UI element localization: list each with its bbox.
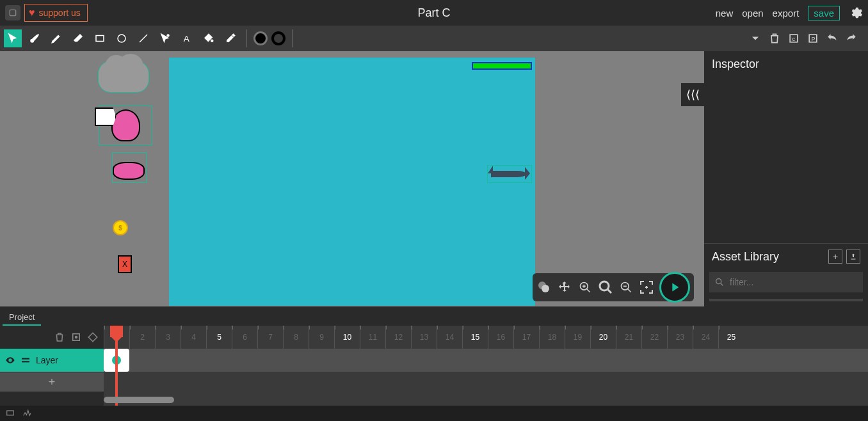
cloud-object[interactable]: [98, 61, 149, 93]
fill-bucket-tool[interactable]: [200, 29, 218, 47]
pig-bank-object[interactable]: [112, 152, 147, 183]
layer-row[interactable]: Layer: [0, 349, 104, 372]
ruler-tick[interactable]: 6: [232, 326, 257, 349]
keyframe-icon[interactable]: [87, 331, 99, 343]
redo-icon[interactable]: [845, 32, 858, 45]
paste-icon[interactable]: P: [807, 32, 819, 45]
ruler-tick[interactable]: 18: [539, 326, 565, 349]
ruler-tick[interactable]: 25: [718, 326, 744, 349]
collapse-panel-handle[interactable]: ⟨⟨⟨: [681, 83, 704, 106]
ruler-tick[interactable]: 5: [206, 326, 232, 349]
zoom-icon[interactable]: [598, 280, 613, 295]
path-cursor-tool[interactable]: [156, 29, 174, 47]
dropdown-caret-icon[interactable]: [749, 32, 762, 45]
trash-icon[interactable]: [768, 32, 781, 45]
ruler-tick[interactable]: 20: [590, 326, 616, 349]
fill-color-swatch[interactable]: [253, 31, 268, 45]
eraser-tool[interactable]: [69, 29, 87, 47]
support-us-button[interactable]: ♥ support us: [24, 4, 88, 22]
ruler-tick[interactable]: 10: [334, 326, 360, 349]
ruler-tick[interactable]: 21: [616, 326, 641, 349]
new-link[interactable]: new: [716, 8, 734, 19]
add-asset-button[interactable]: +: [828, 250, 842, 264]
svg-text:P: P: [812, 36, 816, 42]
ruler-tick[interactable]: 19: [565, 326, 590, 349]
health-bar-object[interactable]: [472, 62, 532, 70]
svg-line-15: [587, 289, 590, 292]
airplane-object[interactable]: [487, 165, 532, 183]
ruler-tick[interactable]: 11: [360, 326, 385, 349]
project-title[interactable]: Part C: [417, 6, 450, 20]
support-label: support us: [39, 8, 81, 18]
open-link[interactable]: open: [742, 8, 763, 19]
ruler-tick[interactable]: 2: [129, 326, 155, 349]
stage[interactable]: [169, 58, 535, 306]
search-icon: [714, 277, 725, 287]
line-tool[interactable]: [134, 29, 152, 47]
canvas-area[interactable]: $ X ⟨⟨⟨: [0, 51, 704, 306]
ruler-tick[interactable]: 15: [462, 326, 488, 349]
pig-character-object[interactable]: [99, 106, 152, 145]
ruler-tick[interactable]: 24: [693, 326, 718, 349]
ruler-tick[interactable]: 13: [411, 326, 437, 349]
timeline-scroll-thumb[interactable]: [104, 397, 174, 403]
gas-can-object[interactable]: X: [118, 255, 132, 273]
svg-point-13: [542, 285, 549, 292]
ruler-tick[interactable]: 23: [667, 326, 693, 349]
svg-rect-2: [96, 36, 104, 42]
waveform-icon[interactable]: [22, 409, 32, 418]
tween-icon[interactable]: [70, 331, 82, 343]
undo-icon[interactable]: [826, 32, 839, 45]
add-layer-button[interactable]: +: [0, 372, 104, 392]
export-link[interactable]: export: [773, 8, 800, 19]
coin-object[interactable]: $: [113, 220, 128, 235]
project-tab[interactable]: Project: [3, 310, 41, 326]
visibility-eye-icon[interactable]: [5, 355, 15, 365]
asset-library-panel: Asset Library +: [704, 243, 868, 306]
ruler-tick[interactable]: 9: [309, 326, 334, 349]
pan-icon[interactable]: [557, 280, 572, 295]
zoom-out-icon[interactable]: [618, 280, 634, 295]
layer-name[interactable]: Layer: [36, 355, 58, 365]
ruler-tick[interactable]: 8: [283, 326, 309, 349]
ruler-tick[interactable]: 12: [385, 326, 411, 349]
svg-line-26: [721, 283, 723, 285]
onion-skin-icon[interactable]: [536, 280, 552, 295]
settings-gear-icon[interactable]: [849, 6, 863, 20]
ruler-tick[interactable]: 16: [488, 326, 513, 349]
recenter-icon[interactable]: [639, 280, 654, 295]
ruler-tick[interactable]: 7: [257, 326, 283, 349]
copy-icon[interactable]: c: [787, 32, 800, 45]
ruler-tick[interactable]: 14: [437, 326, 462, 349]
brush-tool[interactable]: [26, 29, 44, 47]
app-logo[interactable]: [5, 5, 20, 20]
svg-point-7: [211, 40, 213, 42]
timeline-scrollbar[interactable]: [104, 397, 868, 403]
display-mode-icon[interactable]: [5, 409, 15, 418]
ruler-tick[interactable]: 22: [641, 326, 667, 349]
playhead[interactable]: [115, 326, 118, 406]
playhead-handle[interactable]: [110, 326, 123, 337]
eyedropper-tool[interactable]: [221, 29, 239, 47]
ruler-tick[interactable]: 4: [181, 326, 206, 349]
pencil-tool[interactable]: [47, 29, 65, 47]
timeline-track[interactable]: [104, 349, 868, 372]
text-tool[interactable]: A: [178, 29, 196, 47]
svg-point-18: [600, 282, 609, 290]
zoom-in-icon[interactable]: [577, 280, 593, 295]
cursor-tool[interactable]: [4, 29, 22, 47]
timeline-ruler[interactable]: 1234567891011121314151617181920212223242…: [104, 326, 868, 349]
timeline-tracks[interactable]: 1234567891011121314151617181920212223242…: [104, 326, 868, 406]
ruler-tick[interactable]: 17: [513, 326, 539, 349]
upload-asset-button[interactable]: [846, 250, 860, 264]
ellipse-tool[interactable]: [113, 29, 131, 47]
asset-library-content[interactable]: [709, 299, 863, 301]
save-button[interactable]: save: [808, 6, 840, 20]
stroke-color-swatch[interactable]: [271, 31, 285, 45]
asset-filter-input[interactable]: [730, 277, 858, 287]
rectangle-tool[interactable]: [91, 29, 109, 47]
play-button[interactable]: [659, 272, 690, 303]
asset-filter-box[interactable]: [709, 272, 863, 292]
ruler-tick[interactable]: 3: [155, 326, 181, 349]
delete-layer-icon[interactable]: [54, 331, 65, 343]
